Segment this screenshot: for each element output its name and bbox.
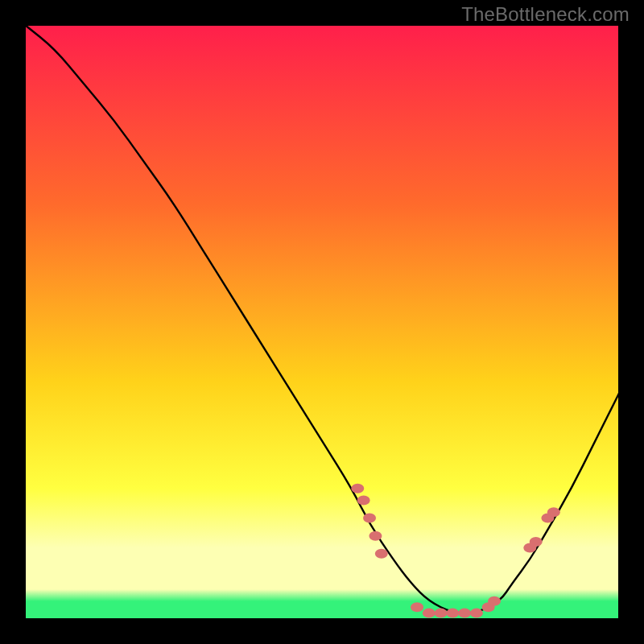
marker-dot (530, 537, 543, 547)
marker-dot (423, 609, 436, 618)
marker-dot (547, 507, 560, 517)
marker-dot (351, 484, 364, 493)
marker-dot (446, 609, 459, 618)
marker-dot (488, 597, 501, 606)
watermark-text: TheBottleneck.com (461, 3, 630, 26)
marker-dot (458, 609, 471, 618)
marker-dot (369, 531, 382, 541)
marker-dot (375, 549, 388, 559)
chart-canvas: TheBottleneck.com (0, 0, 644, 644)
plot-background (25, 25, 619, 619)
marker-dot (470, 609, 483, 618)
marker-dot (357, 495, 370, 505)
chart-svg (0, 0, 644, 644)
marker-dot (411, 602, 423, 612)
marker-dot (435, 609, 448, 618)
marker-dot (363, 514, 376, 523)
